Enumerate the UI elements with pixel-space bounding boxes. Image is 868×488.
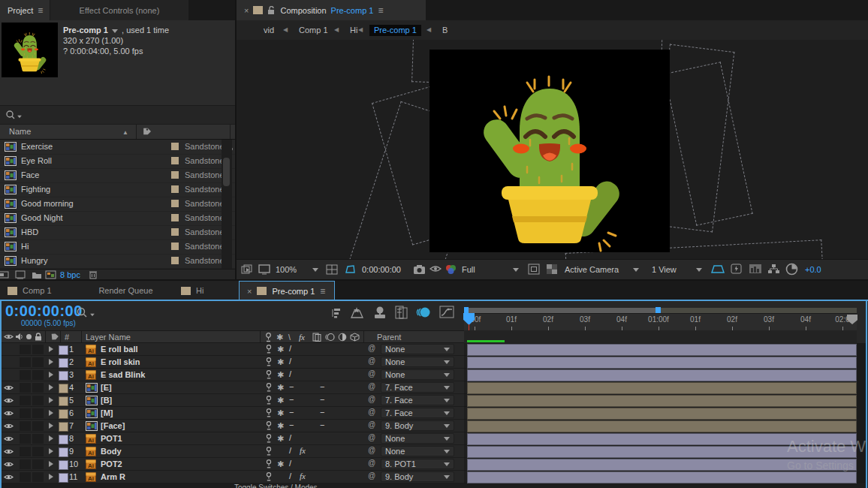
label-column-tag-icon[interactable] [141, 127, 151, 137]
shy-switch[interactable] [265, 459, 273, 468]
project-flowchart-icon[interactable] [0, 270, 10, 279]
collapse-switch[interactable]: ✱ [277, 421, 284, 431]
lock-open-icon[interactable] [267, 6, 276, 15]
layer-visibility-eye-icon[interactable] [4, 474, 14, 480]
audio-lock-cell[interactable] [20, 357, 31, 367]
layer-row[interactable]: 10AiPOT2✱/@8. POT1 [2, 458, 466, 471]
audio-lock-cell[interactable] [20, 383, 31, 393]
close-tab-icon[interactable]: × [247, 287, 252, 296]
time-ruler[interactable]: :00f01f02f03f04f01:00f01f02f03f04f02:0 [464, 313, 857, 331]
tab-effect-controls[interactable]: Effect Controls (none) [50, 0, 188, 20]
quality-switch[interactable]: / [289, 446, 291, 455]
layer-row[interactable]: 3AiE sad Blink✱/@None [2, 369, 466, 381]
project-item-row[interactable]: FightingSandstone [0, 182, 235, 197]
adjustment-layer-switch-icon[interactable] [338, 333, 347, 342]
collapse-switch[interactable]: ✱ [277, 459, 284, 469]
view-layout-caret-icon[interactable] [696, 268, 702, 272]
project-scrollbar[interactable] [222, 140, 232, 269]
draft-3d-icon[interactable] [350, 306, 365, 320]
layer-label-swatch[interactable] [59, 473, 68, 483]
footage-thumbnail[interactable] [2, 23, 58, 77]
layer-visibility-eye-icon[interactable] [4, 410, 14, 417]
frame-blend-switch-icon[interactable] [312, 333, 321, 342]
item-label-swatch[interactable] [171, 200, 179, 207]
exposure-icon[interactable] [785, 263, 798, 276]
quality-switch[interactable]: − [289, 382, 294, 391]
project-item-row[interactable]: ExerciseSandstone [0, 140, 235, 155]
label-column-tag-icon[interactable] [50, 333, 59, 342]
parent-dropdown[interactable]: None [381, 446, 454, 456]
layer-visibility-eye-icon[interactable] [4, 397, 14, 404]
audio-lock-cell[interactable] [32, 459, 44, 469]
target-region-icon[interactable] [528, 264, 541, 276]
audio-lock-cell[interactable] [32, 447, 44, 456]
solo-column-icon[interactable] [26, 334, 32, 339]
viewer-timecode[interactable]: 0:00:00:00 [362, 265, 401, 274]
layer-label-swatch[interactable] [59, 384, 68, 393]
audio-lock-cell[interactable] [32, 370, 44, 380]
layer-track[interactable] [464, 356, 857, 369]
parent-dropdown[interactable]: None [381, 369, 454, 380]
layer-duration-bar[interactable] [467, 420, 857, 432]
layer-name[interactable]: POT2 [101, 459, 122, 468]
layer-name[interactable]: E roll ball [101, 345, 138, 354]
parent-dropdown[interactable]: 9. Body [381, 420, 454, 431]
audio-lock-cell[interactable] [20, 408, 31, 418]
layer-track[interactable] [464, 420, 857, 432]
audio-lock-cell[interactable] [32, 383, 44, 393]
current-timecode[interactable]: 0:00:00:00 [5, 303, 83, 320]
parent-pickwhip-icon[interactable]: @ [368, 459, 375, 467]
transparency-grid-icon[interactable] [546, 264, 559, 276]
toggle-switches-modes-button[interactable]: Toggle Switches / Modes [234, 483, 318, 488]
project-search[interactable] [0, 105, 235, 125]
shy-switch[interactable] [265, 408, 273, 417]
layer-name[interactable]: [Face] [101, 421, 125, 430]
column-name[interactable]: Name [9, 127, 31, 136]
fast-previews-icon[interactable] [731, 263, 742, 275]
layer-duration-bar[interactable] [467, 382, 857, 394]
breadcrumb-item[interactable]: Pre-comp 1 [369, 25, 421, 36]
layer-visibility-empty[interactable] [4, 372, 14, 378]
quality-switch[interactable]: − [289, 420, 294, 429]
quality-switch[interactable]: / [289, 369, 291, 378]
item-label-name[interactable]: Sandstone [185, 156, 225, 165]
tab-composition[interactable]: × Composition Pre-comp 1 ≡ [237, 0, 426, 20]
layer-track[interactable] [464, 369, 857, 381]
layer-expander-icon[interactable] [49, 384, 53, 390]
layer-expander-icon[interactable] [49, 435, 53, 441]
tab-project[interactable]: Project ≡ [0, 0, 50, 20]
parent-pickwhip-icon[interactable]: @ [368, 446, 375, 454]
layer-duration-bar[interactable] [467, 408, 857, 420]
snapshot-camera-icon[interactable] [413, 264, 426, 275]
audio-lock-cell[interactable] [20, 396, 31, 405]
layer-duration-bar[interactable] [467, 369, 857, 381]
project-item-row[interactable]: Eye RollSandstone [0, 154, 235, 169]
collapse-switch[interactable]: ✱ [277, 396, 284, 405]
project-item-row[interactable]: Good NightSandstone [0, 211, 235, 226]
timeline-search-icon[interactable] [77, 307, 88, 318]
fx-switch[interactable]: fx [300, 471, 306, 480]
layer-track[interactable] [464, 407, 857, 420]
layer-visibility-eye-icon[interactable] [4, 448, 14, 455]
layer-label-swatch[interactable] [59, 460, 68, 470]
layer-duration-bar[interactable] [467, 395, 857, 407]
layer-expander-icon[interactable] [49, 461, 53, 467]
item-label-name[interactable]: Sandstone [185, 256, 225, 265]
layer-expander-icon[interactable] [49, 423, 53, 429]
layer-visibility-eye-icon[interactable] [4, 435, 14, 442]
motion-blur-icon[interactable] [415, 306, 432, 319]
quality-switch[interactable]: / [289, 471, 291, 480]
layer-name[interactable]: Body [101, 447, 122, 456]
layer-label-swatch[interactable] [59, 358, 68, 368]
collapse-switch[interactable]: ✱ [277, 357, 284, 367]
layer-label-swatch[interactable] [59, 371, 68, 381]
layer-expander-icon[interactable] [49, 397, 53, 403]
shy-switch[interactable] [265, 472, 273, 481]
video-column-eye-icon[interactable] [4, 333, 14, 340]
parent-pickwhip-icon[interactable]: @ [368, 433, 375, 441]
item-label-swatch[interactable] [171, 171, 179, 179]
zoom-level-dropdown[interactable]: 100% [276, 265, 297, 274]
show-channels-icon[interactable] [445, 264, 458, 275]
project-item-row[interactable]: HBDSandstone [0, 225, 235, 240]
shy-switch[interactable] [265, 383, 273, 392]
